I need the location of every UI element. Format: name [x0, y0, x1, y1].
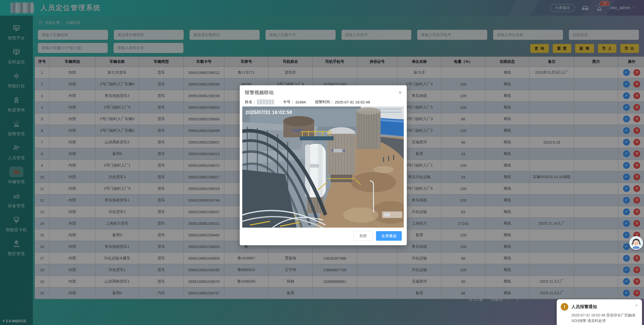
alarm-notification: ! 人员报警通知 × 2025-07-31 16:02:48 雷佰存在厂区触发 … — [557, 299, 642, 325]
name-label: 姓名： — [245, 100, 256, 104]
alarm-time-value: 2025-07-31 16:02:48 — [335, 100, 370, 104]
notification-title: 人员报警通知 — [571, 303, 597, 310]
dialog-header: 报警视频联动 × — [240, 85, 407, 97]
warning-icon: ! — [561, 303, 568, 311]
card-number: 31694 — [295, 100, 306, 104]
fullscreen-play-button[interactable]: 全屏播放 — [376, 231, 402, 241]
alarm-info-line: 姓名： 卡号： 31694 报警时间： 2025-07-31 16:02:48 — [240, 97, 407, 106]
app-root: 人员定位管理系统 大屏展示 163 xrkc_admin 智慧平台实时监控智能灯… — [0, 0, 644, 325]
alarm-time-label: 报警时间： — [315, 100, 334, 104]
close-button[interactable]: 关闭 — [353, 231, 372, 241]
video-timestamp: 2025/07/31 16:02:58 — [245, 110, 292, 115]
close-icon[interactable]: × — [398, 90, 402, 95]
dialog-footer: 关闭 全屏播放 — [240, 228, 407, 245]
svg-text:T: T — [331, 148, 333, 153]
dialog-title: 报警视频联动 — [245, 89, 274, 96]
alarm-video-dialog: 报警视频联动 × 姓名： 卡号： 31694 报警时间： 2025-07-31 … — [240, 85, 407, 245]
redacted-name — [257, 99, 274, 104]
cctv-video-frame: T-2101 T 4 — [242, 106, 404, 228]
notification-message: 2025-07-31 16:02:48 雷佰存在厂区触发 SOS报警 请及时处理 — [571, 313, 637, 324]
close-icon[interactable]: × — [635, 303, 638, 308]
assistant-avatar[interactable] — [629, 236, 643, 250]
svg-text:4: 4 — [343, 148, 345, 153]
card-label: 卡号： — [283, 100, 294, 104]
